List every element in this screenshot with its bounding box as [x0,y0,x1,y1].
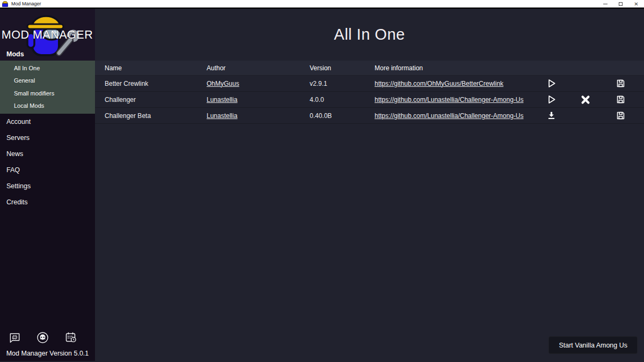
table-header: Name Author Version More information [95,61,644,76]
mod-version: 0.40.0B [310,112,375,120]
logo-area: MOD MANAGER Mods [0,9,95,61]
main-content: All In One Name Author Version More info… [95,9,644,361]
version-text: Mod Manager Version 5.0.1 [0,350,95,357]
start-vanilla-button[interactable]: Start Vanilla Among Us [548,336,638,354]
mod-version: v2.9.1 [310,80,375,87]
sidebar-section-mods[interactable]: Mods [6,50,24,58]
repo-link[interactable]: https://github.com/OhMyGuus/BetterCrewli… [375,80,503,87]
sidebar-item-small-modifiers[interactable]: Small modifiers [0,87,95,100]
sidebar-item-settings[interactable]: Settings [0,178,95,194]
table-row: Better Crewlink OhMyGuus v2.9.1 https://… [95,76,644,92]
repo-link[interactable]: https://github.com/Lunastellia/Challenge… [375,96,523,104]
sidebar-item-local-mods[interactable]: Local Mods [0,100,95,113]
discord-icon[interactable] [9,331,21,344]
maximize-icon[interactable] [613,0,628,8]
minimize-icon[interactable] [597,0,613,8]
svg-text:MOD MANAGER: MOD MANAGER [2,28,93,41]
table-row: Challenger Beta Lunastellia 0.40.0B http… [95,108,644,124]
repo-link[interactable]: https://github.com/Lunastellia/Challenge… [375,112,523,120]
sidebar-item-news[interactable]: News [0,146,95,162]
column-header-more-information: More information [375,64,536,72]
mods-subnav: All In One General Small modifiers Local… [0,61,95,114]
save-icon[interactable] [616,94,626,105]
changelog-calendar-icon[interactable] [64,331,77,344]
author-link[interactable]: OhMyGuus [207,80,239,87]
window-title: Mod Manager [11,1,597,6]
github-icon[interactable] [36,331,49,344]
table-row: Challenger Lunastellia 4.0.0 https://git… [95,92,644,108]
mod-name: Better Crewlink [105,80,207,87]
author-link[interactable]: Lunastellia [207,112,237,120]
column-header-version: Version [310,64,375,72]
author-link[interactable]: Lunastellia [207,96,237,104]
play-icon[interactable] [546,78,557,89]
sidebar-item-general[interactable]: General [0,75,95,87]
remove-icon[interactable] [580,94,591,105]
save-icon[interactable] [616,78,626,88]
mod-name: Challenger Beta [105,112,207,120]
mod-version: 4.0.0 [310,96,375,104]
download-icon[interactable] [546,110,557,121]
sidebar-item-credits[interactable]: Credits [0,194,95,210]
column-header-name: Name [105,64,207,72]
sidebar-item-all-in-one[interactable]: All In One [0,62,95,75]
app-icon [2,1,8,7]
mod-name: Challenger [105,96,207,104]
sidebar-item-faq[interactable]: FAQ [0,162,95,178]
page-title: All In One [95,9,644,61]
sidebar-item-servers[interactable]: Servers [0,130,95,146]
sidebar-footer: Mod Manager Version 5.0.1 [0,331,95,361]
play-icon[interactable] [546,94,557,105]
sidebar: MOD MANAGER Mods All In One General Smal… [0,9,95,361]
titlebar: Mod Manager ✕ [0,0,644,9]
save-icon[interactable] [616,110,626,121]
column-header-author: Author [207,64,310,72]
close-icon[interactable]: ✕ [628,0,644,8]
sidebar-item-account[interactable]: Account [0,114,95,130]
